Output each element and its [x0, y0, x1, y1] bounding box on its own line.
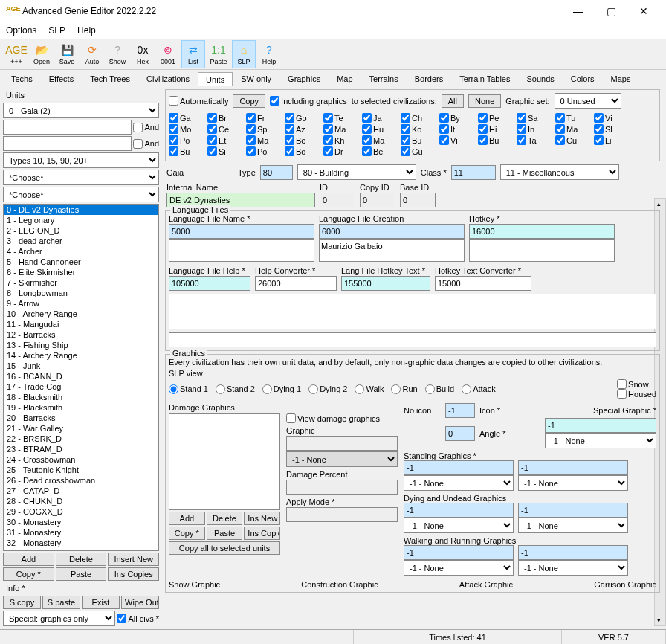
tab-maps[interactable]: Maps: [603, 71, 639, 86]
tab-terrain-tables[interactable]: Terrain Tables: [451, 71, 518, 86]
help-button[interactable]: ?Help: [257, 40, 281, 68]
standing-input-0[interactable]: [404, 460, 514, 475]
list-item[interactable]: 25 - Teutonic Knight: [4, 465, 158, 475]
walking-select-1[interactable]: -1 - None: [518, 560, 628, 576]
tab-techs[interactable]: Techs: [3, 71, 41, 86]
age-icon[interactable]: AGE+++: [4, 40, 28, 68]
auto-button[interactable]: ⟳Auto: [80, 40, 104, 68]
civ-vi[interactable]: Vi: [439, 135, 472, 145]
list-item[interactable]: 22 - BRSRK_D: [4, 434, 158, 444]
type-select[interactable]: 80 - Building: [297, 164, 416, 180]
civ-mo[interactable]: Mo: [169, 124, 201, 134]
list-item[interactable]: 2 - LEGION_D: [4, 225, 158, 236]
civ-sl[interactable]: Sl: [594, 124, 627, 134]
dying-select-0[interactable]: -1 - None: [404, 518, 514, 533]
insert-new-button[interactable]: Insert New: [108, 553, 159, 566]
wipe-out-button[interactable]: Wipe Out: [121, 596, 159, 609]
list-item[interactable]: 26 - Dead crossbowman: [4, 475, 158, 486]
civ-tu[interactable]: Tu: [555, 113, 588, 123]
slp-view-stand2[interactable]: Stand 2: [216, 384, 255, 394]
hex-button[interactable]: 0xHex: [131, 40, 155, 68]
standing-select-0[interactable]: -1 - None: [404, 475, 514, 491]
help-conv-input[interactable]: [255, 276, 337, 291]
civ-by[interactable]: By: [439, 113, 472, 123]
all-civs-button[interactable]: All: [442, 94, 464, 108]
civ-be[interactable]: Be: [285, 135, 317, 145]
civ-ma[interactable]: Ma: [246, 135, 279, 145]
paste-button[interactable]: 1:1Paste: [207, 40, 230, 68]
choose-2[interactable]: *Choose*: [3, 187, 159, 202]
list-item[interactable]: 32 - Monastery: [4, 538, 158, 548]
hotkey-input[interactable]: [469, 224, 615, 239]
show-button[interactable]: ?Show: [106, 40, 129, 68]
list-item[interactable]: 10 - Archery Range: [4, 309, 158, 319]
civ-bu[interactable]: Bu: [169, 146, 201, 156]
civ-te[interactable]: Te: [323, 113, 356, 123]
slp-view-dying2[interactable]: Dying 2: [308, 384, 347, 394]
civ-az[interactable]: Az: [285, 124, 317, 134]
civ-cu[interactable]: Cu: [555, 135, 588, 145]
dg-paste[interactable]: Paste: [207, 527, 243, 540]
list-item[interactable]: 6 - Elite Skirmisher: [4, 267, 158, 277]
civ-et[interactable]: Et: [207, 135, 240, 145]
civ-br[interactable]: Br: [207, 113, 240, 123]
housed-checkbox[interactable]: Housed: [617, 389, 656, 399]
tab-borders[interactable]: Borders: [407, 71, 452, 86]
open-button[interactable]: 📂Open: [30, 40, 54, 68]
s-paste-button[interactable]: S paste: [42, 596, 80, 609]
civ-sa[interactable]: Sa: [517, 113, 549, 123]
civ-in[interactable]: In: [517, 124, 549, 134]
view-damage-checkbox[interactable]: [286, 413, 296, 423]
standing-input-1[interactable]: [518, 460, 628, 475]
slp-button[interactable]: ⌂SLP: [232, 40, 256, 68]
all-civs-checkbox[interactable]: [117, 614, 126, 623]
civ-ta[interactable]: Ta: [517, 135, 549, 145]
slp-view-stand1[interactable]: Stand 1: [169, 384, 208, 394]
graphic-set-select[interactable]: 0 Unused: [555, 93, 621, 109]
dg-ins-new[interactable]: Ins New: [244, 512, 280, 525]
tab-terrains[interactable]: Terrains: [361, 71, 407, 86]
list-item[interactable]: 1 - Legionary: [4, 215, 158, 225]
civ-gu[interactable]: Gu: [401, 146, 433, 156]
including-graphics-checkbox[interactable]: [270, 96, 279, 106]
lang-creation-text[interactable]: Maurizio Galbaio: [319, 239, 465, 262]
civ-ma[interactable]: Ma: [555, 124, 588, 134]
walking-select-0[interactable]: -1 - None: [404, 560, 514, 576]
special-select[interactable]: -1 - None: [545, 433, 656, 448]
civ-hi[interactable]: Hi: [478, 124, 511, 134]
close-button[interactable]: ✕: [627, 1, 660, 22]
civ-go[interactable]: Go: [285, 113, 317, 123]
0001-button[interactable]: ⊚0001: [156, 40, 180, 68]
list-item[interactable]: 11 - Mangudai: [4, 319, 158, 329]
civ-dr[interactable]: Dr: [323, 146, 356, 156]
civ-ga[interactable]: Ga: [169, 113, 201, 123]
list-item[interactable]: 31 - Monastery: [4, 527, 158, 538]
list-item[interactable]: 20 - Barracks: [4, 413, 158, 423]
tab-effects[interactable]: Effects: [41, 71, 82, 86]
special-select[interactable]: Special: graphics only: [3, 611, 115, 626]
hotkey-conv-input[interactable]: [435, 276, 531, 291]
civ-ma[interactable]: Ma: [323, 124, 356, 134]
dg-ins-copies[interactable]: Ins Copies: [244, 527, 280, 540]
lang-help-input[interactable]: [169, 276, 250, 291]
list-item[interactable]: 0 - DE v2 Dynasties: [4, 205, 158, 215]
minimize-button[interactable]: —: [562, 1, 595, 22]
lang-help-text2[interactable]: [169, 332, 656, 347]
list-item[interactable]: 12 - Barracks: [4, 329, 158, 340]
list-item[interactable]: 17 - Trade Cog: [4, 381, 158, 392]
class-input[interactable]: [451, 165, 496, 180]
tab-graphics[interactable]: Graphics: [279, 71, 329, 86]
civ-po[interactable]: Po: [169, 135, 201, 145]
dying-input-1[interactable]: [518, 503, 628, 518]
dg-delete[interactable]: Delete: [207, 512, 243, 525]
paste-button[interactable]: Paste: [56, 567, 107, 581]
s-copy-button[interactable]: S copy: [3, 596, 41, 609]
civ-bu[interactable]: Bu: [401, 135, 433, 145]
civ-ma[interactable]: Ma: [362, 135, 395, 145]
civ-ja[interactable]: Ja: [362, 113, 395, 123]
civ-pe[interactable]: Pe: [478, 113, 511, 123]
civ-li[interactable]: Li: [594, 135, 627, 145]
copy-civ-button[interactable]: Copy: [233, 94, 265, 108]
tab-colors[interactable]: Colors: [563, 71, 603, 86]
civ-be[interactable]: Be: [362, 146, 395, 156]
